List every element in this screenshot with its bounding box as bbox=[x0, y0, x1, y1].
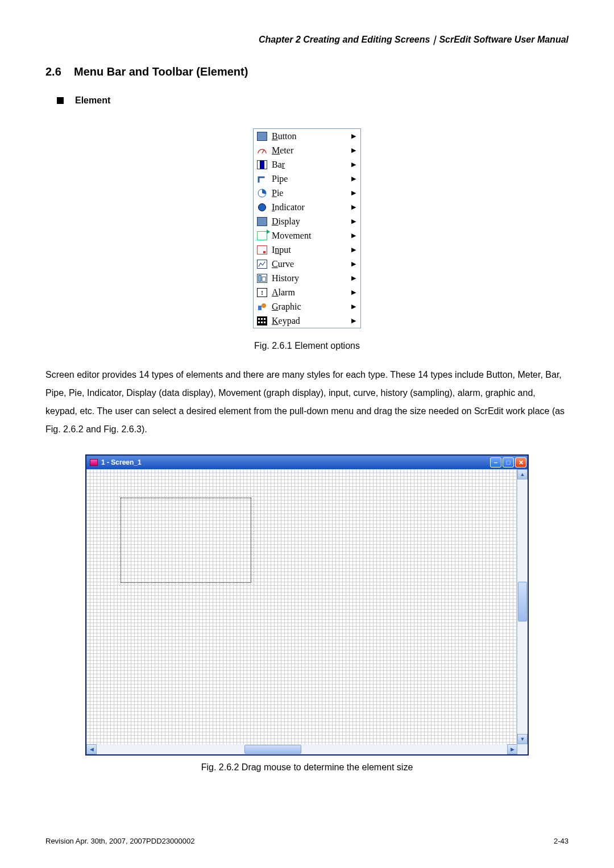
graphic-icon bbox=[257, 302, 267, 311]
input-icon bbox=[257, 245, 267, 254]
vertical-scrollbar[interactable]: ▲ ▼ bbox=[517, 469, 528, 744]
window-app-icon bbox=[90, 459, 98, 466]
submenu-arrow-icon: ▶ bbox=[351, 175, 356, 182]
figure-2-caption: Fig. 2.6.2 Drag mouse to determine the e… bbox=[45, 762, 569, 773]
indicator-icon bbox=[257, 203, 267, 212]
submenu-arrow-icon: ▶ bbox=[351, 232, 356, 239]
svg-rect-8 bbox=[261, 318, 263, 320]
bar-icon bbox=[257, 160, 267, 169]
menu-label: Pie bbox=[272, 188, 351, 198]
menu-label: Input bbox=[272, 245, 351, 255]
scroll-down-button[interactable]: ▼ bbox=[517, 734, 528, 744]
menu-item-input[interactable]: Input ▶ bbox=[254, 243, 360, 257]
menu-label: Display bbox=[272, 216, 351, 227]
submenu-arrow-icon: ▶ bbox=[351, 161, 356, 168]
menu-label: Bar bbox=[272, 160, 351, 170]
svg-rect-10 bbox=[258, 322, 260, 323]
menu-label: Button bbox=[272, 131, 351, 141]
horizontal-scroll-thumb[interactable] bbox=[244, 745, 301, 754]
menu-label: Curve bbox=[272, 259, 351, 269]
submenu-arrow-icon: ▶ bbox=[351, 317, 356, 324]
minimize-button[interactable]: – bbox=[490, 457, 501, 468]
body-paragraph: Screen editor provides 14 types of eleme… bbox=[45, 366, 569, 439]
scroll-up-button[interactable]: ▲ bbox=[517, 469, 528, 479]
menu-label: Movement bbox=[272, 231, 351, 241]
submenu-arrow-icon: ▶ bbox=[351, 303, 356, 310]
horizontal-scroll-track[interactable] bbox=[97, 744, 507, 754]
submenu-arrow-icon: ▶ bbox=[351, 246, 356, 253]
svg-rect-12 bbox=[264, 322, 265, 323]
movement-icon bbox=[257, 231, 267, 240]
page-footer: Revision Apr. 30th, 2007, 2007PDD2300000… bbox=[45, 837, 569, 845]
menu-item-graphic[interactable]: Graphic ▶ bbox=[254, 299, 360, 314]
menu-label: Alarm bbox=[272, 287, 351, 298]
window-titlebar[interactable]: 1 - Screen_1 – □ ✕ bbox=[86, 456, 528, 469]
close-button[interactable]: ✕ bbox=[515, 457, 526, 468]
submenu-arrow-icon: ▶ bbox=[351, 147, 356, 154]
menu-item-history[interactable]: History ▶ bbox=[254, 271, 360, 285]
menu-item-alarm[interactable]: ! Alarm ▶ bbox=[254, 285, 360, 299]
svg-rect-11 bbox=[261, 322, 263, 323]
section-title: 2.6 Menu Bar and Toolbar (Element) bbox=[45, 65, 569, 78]
menu-label: Meter bbox=[272, 145, 351, 156]
drag-selection-rect bbox=[121, 498, 251, 583]
curve-icon bbox=[257, 260, 267, 269]
scroll-left-button[interactable]: ◀ bbox=[86, 744, 97, 754]
menu-item-indicator[interactable]: Indicator ▶ bbox=[254, 200, 360, 214]
history-icon bbox=[257, 274, 267, 283]
button-icon bbox=[257, 132, 267, 141]
pie-icon bbox=[257, 189, 267, 198]
submenu-arrow-icon: ▶ bbox=[351, 289, 356, 296]
submenu-arrow-icon: ▶ bbox=[351, 260, 356, 268]
svg-point-5 bbox=[262, 303, 266, 308]
subhead-row: Element bbox=[57, 95, 569, 106]
meter-icon bbox=[257, 146, 267, 155]
menu-item-movement[interactable]: Movement ▶ bbox=[254, 228, 360, 243]
menu-item-bar[interactable]: Bar ▶ bbox=[254, 157, 360, 172]
submenu-arrow-icon: ▶ bbox=[351, 189, 356, 197]
subhead-text: Element bbox=[75, 95, 110, 106]
menu-item-pie[interactable]: Pie ▶ bbox=[254, 186, 360, 200]
svg-rect-4 bbox=[258, 306, 262, 310]
menu-item-curve[interactable]: Curve ▶ bbox=[254, 257, 360, 271]
section-number: 2.6 bbox=[45, 65, 61, 78]
svg-rect-9 bbox=[264, 318, 265, 320]
menu-item-meter[interactable]: Meter ▶ bbox=[254, 143, 360, 157]
submenu-arrow-icon: ▶ bbox=[351, 203, 356, 211]
menu-item-display[interactable]: Display ▶ bbox=[254, 214, 360, 228]
alarm-icon: ! bbox=[257, 288, 267, 297]
menu-label: Indicator bbox=[272, 202, 351, 212]
scroll-right-button[interactable]: ▶ bbox=[507, 744, 517, 754]
menu-label: History bbox=[272, 273, 351, 283]
menu-label: Graphic bbox=[272, 302, 351, 312]
figure-1-caption: Fig. 2.6.1 Element options bbox=[45, 341, 569, 351]
submenu-arrow-icon: ▶ bbox=[351, 218, 356, 225]
section-heading: Menu Bar and Toolbar (Element) bbox=[74, 65, 248, 78]
display-icon bbox=[257, 217, 267, 226]
page-header: Chapter 2 Creating and Editing Screens｜S… bbox=[45, 34, 569, 46]
footer-page-number: 2-43 bbox=[554, 837, 569, 845]
keypad-icon bbox=[257, 316, 267, 326]
maximize-button[interactable]: □ bbox=[503, 457, 514, 468]
editor-canvas[interactable] bbox=[86, 469, 517, 744]
submenu-arrow-icon: ▶ bbox=[351, 274, 356, 282]
horizontal-scrollbar[interactable]: ◀ ▶ bbox=[86, 744, 528, 754]
screen-window: 1 - Screen_1 – □ ✕ ▲ ▼ ◀ bbox=[85, 454, 529, 756]
scroll-corner bbox=[517, 744, 528, 754]
svg-rect-2 bbox=[259, 275, 261, 281]
element-menu: Button ▶ Meter ▶ Bar ▶ Pipe ▶ Pie bbox=[253, 128, 361, 328]
menu-label: Keypad bbox=[272, 316, 351, 326]
vertical-scroll-thumb[interactable] bbox=[518, 582, 527, 621]
menu-item-pipe[interactable]: Pipe ▶ bbox=[254, 172, 360, 186]
menu-item-button[interactable]: Button ▶ bbox=[254, 129, 360, 143]
vertical-scroll-track[interactable] bbox=[517, 479, 528, 734]
footer-revision: Revision Apr. 30th, 2007, 2007PDD2300000… bbox=[45, 837, 194, 845]
menu-item-keypad[interactable]: Keypad ▶ bbox=[254, 314, 360, 328]
submenu-arrow-icon: ▶ bbox=[351, 132, 356, 140]
bullet-square-icon bbox=[57, 97, 64, 104]
window-title: 1 - Screen_1 bbox=[101, 458, 490, 466]
pipe-icon bbox=[257, 174, 267, 183]
menu-label: Pipe bbox=[272, 174, 351, 184]
svg-rect-3 bbox=[262, 277, 265, 281]
svg-rect-7 bbox=[258, 318, 260, 320]
